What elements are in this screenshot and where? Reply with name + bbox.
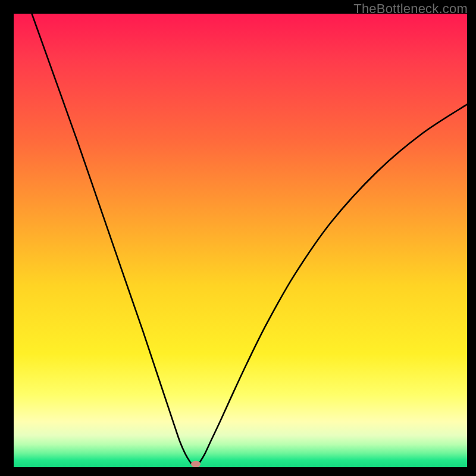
plot-area: [14, 14, 467, 467]
minimum-marker: [191, 461, 201, 467]
chart-frame: TheBottleneck.com: [0, 0, 476, 476]
bottleneck-curve: [14, 14, 467, 467]
